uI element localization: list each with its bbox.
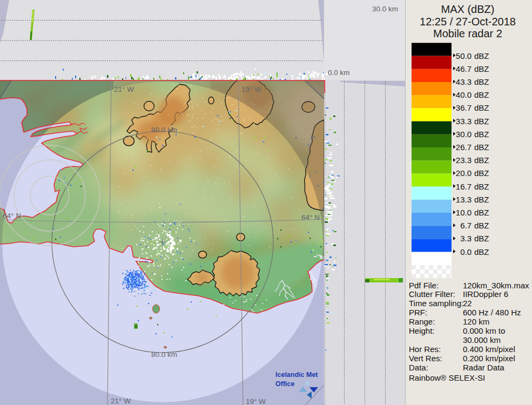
svg-text:Radar Data: Radar Data xyxy=(463,363,504,372)
svg-text:22: 22 xyxy=(463,299,472,308)
svg-text:0.0: 0.0 xyxy=(460,247,472,256)
svg-text:0.000 km to: 0.000 km to xyxy=(463,326,505,335)
svg-text:21° W: 21° W xyxy=(114,85,134,93)
svg-text:Range:: Range: xyxy=(409,317,435,326)
svg-text:80.0 km: 80.0 km xyxy=(151,350,177,359)
svg-text:12:25 / 27-Oct-2018: 12:25 / 27-Oct-2018 xyxy=(420,16,516,28)
svg-text:PRF:: PRF: xyxy=(409,308,427,317)
svg-text:20.0: 20.0 xyxy=(456,168,472,178)
svg-text:19° W: 19° W xyxy=(241,85,261,93)
svg-text:120 km: 120 km xyxy=(463,317,489,326)
svg-text:36.7: 36.7 xyxy=(456,103,472,112)
svg-text:Pdf File:: Pdf File: xyxy=(409,281,439,290)
svg-text:64° N: 64° N xyxy=(301,213,320,221)
svg-text:64° N: 64° N xyxy=(3,212,21,220)
svg-text:dBZ: dBZ xyxy=(474,90,489,99)
svg-text:dBZ: dBZ xyxy=(474,195,489,204)
svg-text:26.7: 26.7 xyxy=(456,143,472,152)
svg-text:23.3: 23.3 xyxy=(456,156,472,165)
svg-text:30.0: 30.0 xyxy=(456,130,472,139)
svg-text:dBZ: dBZ xyxy=(474,143,489,152)
svg-text:dBZ: dBZ xyxy=(474,77,489,86)
svg-text:dBZ: dBZ xyxy=(474,208,489,217)
svg-text:19° W: 19° W xyxy=(246,397,266,405)
svg-text:40.0: 40.0 xyxy=(456,90,472,99)
svg-text:30.000 km: 30.000 km xyxy=(463,335,501,345)
svg-text:dBZ: dBZ xyxy=(474,182,489,191)
svg-text:MAX (dBZ): MAX (dBZ) xyxy=(441,3,495,15)
svg-text:600 Hz / 480 Hz: 600 Hz / 480 Hz xyxy=(463,308,521,317)
svg-text:dBZ: dBZ xyxy=(474,234,489,243)
svg-text:10.0: 10.0 xyxy=(456,208,472,217)
svg-text:46.7: 46.7 xyxy=(456,64,472,73)
svg-text:Rainbow® SELEX-SI: Rainbow® SELEX-SI xyxy=(409,373,485,382)
svg-text:43.3: 43.3 xyxy=(456,77,472,86)
svg-text:Height:: Height: xyxy=(409,326,435,335)
svg-text:Data:: Data: xyxy=(409,363,428,372)
svg-text:3.3: 3.3 xyxy=(460,234,472,243)
svg-text:0.400 km/pixel: 0.400 km/pixel xyxy=(463,345,515,354)
svg-text:dBZ: dBZ xyxy=(474,64,489,73)
svg-text:dBZ: dBZ xyxy=(474,117,489,126)
svg-text:0.0 km: 0.0 km xyxy=(328,69,350,77)
svg-text:dBZ: dBZ xyxy=(474,247,489,256)
svg-text:dBZ: dBZ xyxy=(474,51,489,60)
svg-text:Hor Res:: Hor Res: xyxy=(409,345,441,354)
svg-text:21° W: 21° W xyxy=(111,397,131,405)
svg-text:Time sampling:: Time sampling: xyxy=(409,299,463,308)
svg-text:Clutter Filter:: Clutter Filter: xyxy=(409,289,455,299)
svg-text:30.0 km: 30.0 km xyxy=(372,5,398,13)
svg-text:Icelandic Met: Icelandic Met xyxy=(275,371,318,379)
svg-text:0.200 km/pixel: 0.200 km/pixel xyxy=(463,354,515,363)
svg-text:dBZ: dBZ xyxy=(474,221,489,230)
svg-text:IIRDoppler 6: IIRDoppler 6 xyxy=(463,289,508,299)
svg-text:6.7: 6.7 xyxy=(460,221,472,230)
svg-text:50.0: 50.0 xyxy=(456,51,472,60)
svg-text:120km_30km.max: 120km_30km.max xyxy=(463,281,529,290)
svg-text:Office: Office xyxy=(275,380,294,388)
svg-text:80.0 km: 80.0 km xyxy=(151,126,177,134)
svg-text:33.3: 33.3 xyxy=(456,117,472,126)
svg-text:dBZ: dBZ xyxy=(474,103,489,112)
svg-text:Vert Res:: Vert Res: xyxy=(409,354,442,363)
svg-text:dBZ: dBZ xyxy=(474,168,489,178)
svg-text:dBZ: dBZ xyxy=(474,130,489,139)
svg-text:13.3: 13.3 xyxy=(456,195,472,204)
svg-text:dBZ: dBZ xyxy=(474,156,489,165)
svg-text:16.7: 16.7 xyxy=(456,182,472,191)
svg-text:Mobile radar 2: Mobile radar 2 xyxy=(433,28,502,39)
